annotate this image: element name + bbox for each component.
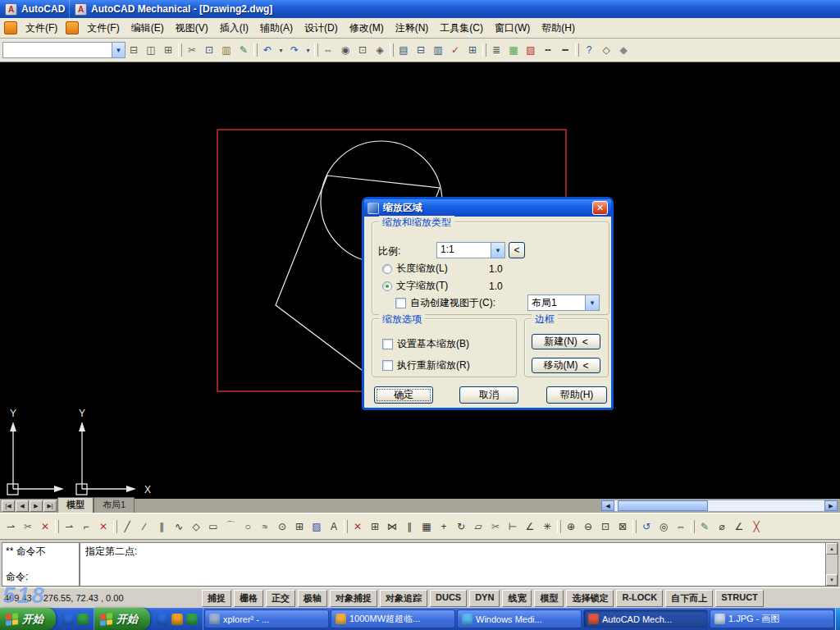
pan2-icon[interactable]: ⇔ xyxy=(673,518,689,535)
linetype-icon[interactable]: ╍ xyxy=(540,42,556,58)
explode-icon[interactable]: ✳ xyxy=(539,518,555,535)
status-toggle-button[interactable]: R-LOCK xyxy=(616,590,663,607)
status-toggle-button[interactable]: DUCS xyxy=(430,590,467,607)
toolbar-grip[interactable] xyxy=(54,518,60,535)
status-toggle-button[interactable]: 对象捕捉 xyxy=(330,590,377,607)
snap-from-icon[interactable]: ⇀ xyxy=(61,518,77,535)
fillet-icon[interactable]: ∠ xyxy=(522,518,538,535)
command-line-input[interactable]: 指定第二点: xyxy=(80,543,825,586)
publish-icon[interactable]: ⊞ xyxy=(160,42,176,58)
scale-icon[interactable]: ▱ xyxy=(470,518,486,535)
mirror-icon[interactable]: ⋈ xyxy=(384,518,400,535)
toolbar-grip[interactable] xyxy=(343,518,349,535)
styles-icon[interactable]: ◇ xyxy=(598,42,614,58)
menu-item[interactable]: 修改(M) xyxy=(344,18,390,39)
toolbar-grip[interactable] xyxy=(574,42,580,58)
drawing-doc-icon[interactable] xyxy=(66,21,79,34)
quick-launch-ie-icon[interactable] xyxy=(62,614,74,625)
ellipse-icon[interactable]: ⊙ xyxy=(274,518,290,535)
zoom-previous-icon[interactable]: ◈ xyxy=(372,42,388,58)
toolbar-grip[interactable] xyxy=(482,42,487,58)
rescale-checkbox[interactable]: 执行重新缩放(R) xyxy=(382,358,470,372)
layout-tab[interactable]: 布局1 xyxy=(94,497,135,513)
multiline-icon[interactable]: ∥ xyxy=(153,518,170,535)
tab-nav-button[interactable]: ◀ xyxy=(16,500,29,512)
menu-item[interactable]: 设计(D) xyxy=(299,18,344,39)
layer-states-icon[interactable]: ▦ xyxy=(505,42,522,58)
menu-item[interactable]: 插入(I) xyxy=(214,18,254,39)
quickcalc-icon[interactable]: ⊞ xyxy=(464,42,481,58)
properties-icon[interactable]: ▤ xyxy=(395,42,412,58)
command-history-secondary[interactable]: ** 命令不 命令: xyxy=(2,543,80,586)
zoom-extents-icon[interactable]: ⊠ xyxy=(614,518,631,535)
trim-icon[interactable]: ✂ xyxy=(487,518,504,535)
undo-view-icon[interactable]: ↺ xyxy=(638,518,655,535)
help-button[interactable]: 帮助(H) xyxy=(546,386,607,404)
status-toggle-button[interactable]: 对象追踪 xyxy=(380,590,427,607)
layout-tab[interactable]: 模型 xyxy=(57,497,94,513)
menu-item[interactable]: 辅助(A) xyxy=(254,18,299,39)
quick-launch-folder-icon[interactable] xyxy=(171,614,183,625)
spline-icon[interactable]: ≈ xyxy=(257,518,273,535)
toolbar-grip[interactable] xyxy=(112,518,118,535)
sketch-icon[interactable]: ✎ xyxy=(696,518,713,535)
toolbar-grip[interactable] xyxy=(632,518,637,535)
length-scale-radio[interactable]: 长度缩放(L) xyxy=(382,262,448,276)
chevron-down-icon[interactable]: ▼ xyxy=(585,295,599,310)
standards-icon[interactable]: ◆ xyxy=(615,42,632,58)
lineweight-icon[interactable]: ━ xyxy=(557,42,573,58)
layers-icon[interactable]: ≣ xyxy=(488,42,504,58)
cut-icon[interactable]: ✂ xyxy=(184,42,200,58)
move-border-button[interactable]: 移动(M) < xyxy=(532,358,600,373)
scale-combo[interactable]: 1:1 ▼ xyxy=(436,242,505,258)
quick-launch-media-icon[interactable] xyxy=(186,614,198,625)
menu-item[interactable]: 编辑(E) xyxy=(126,18,170,39)
line-icon[interactable]: ╱ xyxy=(119,518,135,535)
start-button[interactable]: 开始 xyxy=(0,608,56,630)
toolbar-grip[interactable] xyxy=(690,518,696,535)
scroll-left-icon[interactable]: ◀ xyxy=(601,500,614,511)
status-toggle-button[interactable]: 正交 xyxy=(266,590,295,607)
orbit-icon[interactable]: ◎ xyxy=(655,518,672,535)
tab-nav-button[interactable]: ▶ xyxy=(30,500,43,512)
corner-icon[interactable]: ⌐ xyxy=(78,518,94,535)
plot-icon[interactable]: ⊟ xyxy=(126,42,142,58)
scrollbar-thumb[interactable] xyxy=(618,500,708,511)
sheetset-icon[interactable]: ▥ xyxy=(430,42,446,58)
copy-icon[interactable]: ⊡ xyxy=(201,42,217,58)
tab-nav-button[interactable]: ▶| xyxy=(43,500,57,512)
scroll-down-icon[interactable]: ▼ xyxy=(826,574,838,586)
status-toggle-button[interactable]: 自下而上 xyxy=(665,590,713,607)
offset-icon[interactable]: ∥ xyxy=(401,518,418,535)
snap-from-icon[interactable]: ⇀ xyxy=(2,518,19,535)
help-icon[interactable]: ? xyxy=(581,42,597,58)
taskbar-item[interactable]: Windows Medi... xyxy=(457,609,582,628)
redo-drop-icon[interactable]: ▾ xyxy=(304,42,313,58)
plot-preview-icon[interactable]: ◫ xyxy=(143,42,159,58)
taskbar-item[interactable]: 1000MW超超临... xyxy=(331,609,455,628)
status-toggle-button[interactable]: 捕捉 xyxy=(202,590,231,607)
rectangle-icon[interactable]: ▭ xyxy=(205,518,221,535)
toolbar-grip[interactable] xyxy=(177,42,183,58)
menu-item[interactable]: 工具集(C) xyxy=(434,18,489,39)
toolbar-grip[interactable] xyxy=(253,42,258,58)
new-border-button[interactable]: 新建(N) < xyxy=(532,334,600,349)
polygon-icon[interactable]: ◇ xyxy=(188,518,204,535)
paste-icon[interactable]: ▥ xyxy=(218,42,235,58)
status-toggle-button[interactable]: 极轴 xyxy=(298,590,327,607)
trim-mini-icon[interactable]: ✂ xyxy=(20,518,36,535)
menu-item[interactable]: 窗口(W) xyxy=(489,18,536,39)
status-toggle-button[interactable]: 选择锁定 xyxy=(566,590,614,607)
polyline-icon[interactable]: ∿ xyxy=(171,518,187,535)
color-icon[interactable]: ▨ xyxy=(523,42,539,58)
close-icon[interactable]: ✕ xyxy=(592,201,608,215)
scale-pick-button[interactable]: < xyxy=(509,242,525,258)
menu-item[interactable]: 视图(V) xyxy=(170,18,214,39)
ok-button[interactable]: 确定 xyxy=(374,386,433,404)
zoom-out-icon[interactable]: ⊖ xyxy=(580,518,596,535)
status-toggle-button[interactable]: DYN xyxy=(469,590,500,607)
taskbar-item[interactable]: xplorer² - ... xyxy=(204,609,329,628)
insert-block-icon[interactable]: ⊞ xyxy=(291,518,308,535)
erase-icon[interactable]: ✕ xyxy=(349,518,366,535)
menu-item[interactable]: 注释(N) xyxy=(390,18,435,39)
